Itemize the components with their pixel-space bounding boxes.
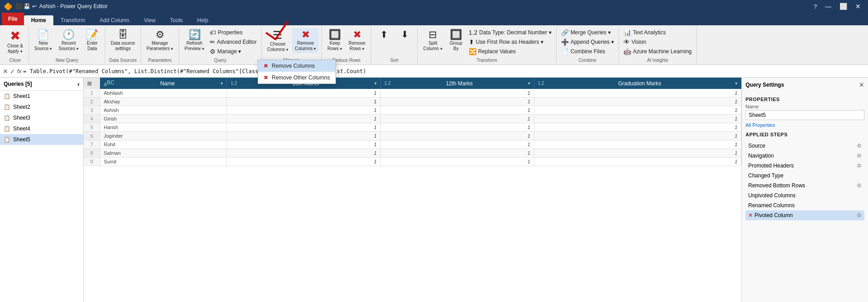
- help-button[interactable]: ?: [810, 2, 821, 10]
- tab-home[interactable]: Home: [24, 15, 53, 25]
- data-type-button[interactable]: 1.2 Data Type: Decimal Number ▾: [467, 28, 553, 37]
- query-item-icon: 📋: [4, 115, 10, 121]
- col-arrow-12th[interactable]: ▾: [528, 81, 530, 86]
- table-row[interactable]: 7 Rohit 1 1 1: [84, 140, 741, 149]
- table-row[interactable]: 4 Girish 1 1 1: [84, 115, 741, 123]
- formula-cancel-button[interactable]: ✕: [3, 68, 8, 75]
- manage-button[interactable]: ⚙ Manage ▾: [208, 47, 259, 56]
- step-source-gear[interactable]: ⚙: [857, 143, 862, 149]
- maximize-button[interactable]: ⬜: [836, 2, 851, 10]
- sort-asc-button[interactable]: ⬆: [374, 28, 394, 42]
- table-row[interactable]: 9 Sumit 1 1 1: [84, 158, 741, 166]
- refresh-preview-button[interactable]: 🔄 RefreshPreview ▾: [182, 28, 207, 53]
- close-button[interactable]: ✕: [852, 2, 864, 10]
- formula-ok-button[interactable]: ✓: [10, 68, 15, 75]
- ai-small-buttons: 📊 Text Analytics 👁 Vision 🤖 Azure Machin…: [622, 28, 693, 56]
- dropdown-item-remove-other-columns[interactable]: ✖ Remove Other Columns: [258, 72, 335, 84]
- query-item-icon: 📋: [4, 104, 10, 110]
- col-arrow-grad[interactable]: ▾: [735, 81, 737, 86]
- minimize-button[interactable]: —: [821, 2, 835, 10]
- vision-button[interactable]: 👁 Vision: [622, 37, 693, 46]
- col-arrow-10th[interactable]: ▾: [374, 81, 377, 86]
- manage-parameters-button[interactable]: ⚙ ManageParameters ▾: [144, 28, 176, 53]
- step-changed-type[interactable]: Changed Type: [745, 171, 864, 181]
- text-analytics-button[interactable]: 📊 Text Analytics: [622, 28, 693, 37]
- formula-fx-button[interactable]: fx: [17, 68, 21, 74]
- query-name-input[interactable]: [745, 110, 864, 120]
- keep-rows-button[interactable]: 🔲 KeepRows ▾: [325, 28, 345, 53]
- tab-transform[interactable]: Transform: [53, 15, 92, 25]
- cell-rownum: 9: [84, 158, 100, 166]
- tab-add-column[interactable]: Add Column: [92, 15, 137, 25]
- remove-columns-icon: ✖: [264, 63, 268, 69]
- table-row[interactable]: 6 Joginder 1 1 1: [84, 132, 741, 140]
- queries-collapse-button[interactable]: ‹: [77, 80, 80, 88]
- tab-file[interactable]: File: [2, 13, 24, 25]
- step-promoted-headers[interactable]: Promoted Headers ⚙: [745, 161, 864, 171]
- query-item-label: Sheet4: [13, 125, 30, 132]
- append-queries-button[interactable]: ➕ Append Queries ▾: [559, 37, 616, 46]
- replace-values-button[interactable]: 🔀 Replace Values: [467, 47, 553, 56]
- step-pivoted-column-gear[interactable]: ⚙: [857, 212, 862, 218]
- table-row[interactable]: 1 Abhilash 1 1 1: [84, 89, 741, 98]
- step-removed-bottom-rows-gear[interactable]: ⚙: [857, 182, 862, 189]
- queries-panel: Queries [5] ‹ 📋 Sheet1 📋 Sheet2 📋 Sheet3…: [0, 78, 84, 302]
- use-first-row-button[interactable]: ⬆ Use First Row as Headers ▾: [467, 37, 553, 46]
- query-item-sheet1[interactable]: 📋 Sheet1: [0, 91, 83, 102]
- step-navigation-gear[interactable]: ⚙: [857, 153, 862, 159]
- tab-tools[interactable]: Tools: [163, 15, 190, 25]
- table-row[interactable]: 2 Akshay 1 1 1: [84, 98, 741, 106]
- sort-desc-button[interactable]: ⬇: [395, 28, 415, 42]
- step-source[interactable]: Source ⚙: [745, 141, 864, 151]
- transform-small-buttons: 1.2 Data Type: Decimal Number ▾ ⬆ Use Fi…: [467, 28, 553, 56]
- query-item-sheet2[interactable]: 📋 Sheet2: [0, 102, 83, 112]
- use-first-row-label: Use First Row as Headers ▾: [476, 39, 543, 45]
- text-analytics-icon: 📊: [623, 29, 631, 36]
- table-row[interactable]: 8 Salman 1 1 1: [84, 149, 741, 158]
- query-item-sheet4[interactable]: 📋 Sheet4: [0, 123, 83, 134]
- title-bar: 🔶 ⬛ 💾 ↩ Ashish - Power Query Editor ? — …: [0, 0, 868, 13]
- tab-help[interactable]: Help: [190, 15, 216, 25]
- properties-button[interactable]: 🏷 Properties: [208, 28, 259, 37]
- recent-sources-button[interactable]: 🕐 RecentSources ▾: [56, 28, 81, 53]
- advanced-editor-icon: ✏: [210, 38, 215, 46]
- remove-columns-button[interactable]: ✖ RemoveColumns ▾: [292, 28, 319, 53]
- col-header-name[interactable]: ABC Name ▾: [100, 78, 227, 89]
- formula-input[interactable]: [23, 68, 865, 74]
- table-row[interactable]: 5 Harish 1 1 1: [84, 123, 741, 132]
- step-promoted-headers-gear[interactable]: ⚙: [857, 163, 862, 169]
- cell-name: Ashish: [100, 106, 227, 115]
- close-apply-button[interactable]: ✖ Close &Apply ▾: [5, 28, 26, 56]
- remove-columns-dropdown: ✖ Remove Columns ✖ Remove Other Columns: [258, 60, 336, 84]
- title-bar-controls[interactable]: ? — ⬜ ✕: [810, 2, 864, 10]
- enter-data-button[interactable]: 📝 EnterData: [82, 28, 102, 53]
- dropdown-item-remove-columns[interactable]: ✖ Remove Columns: [258, 60, 335, 72]
- query-item-sheet3[interactable]: 📋 Sheet3: [0, 112, 83, 123]
- group-by-button[interactable]: 🔲 GroupBy: [446, 28, 466, 53]
- merge-queries-button[interactable]: 🔗 Merge Queries ▾: [559, 28, 616, 37]
- table-row[interactable]: 3 Ashish 1 1 1: [84, 106, 741, 115]
- formula-bar: ✕ ✓ fx: [0, 65, 868, 78]
- choose-columns-button[interactable]: ☰ ChooseColumns ▾: [264, 28, 291, 54]
- remove-rows-button[interactable]: ✖ RemoveRows ▾: [346, 28, 368, 53]
- settings-close-button[interactable]: ✕: [859, 81, 864, 88]
- all-properties-link[interactable]: All Properties: [745, 122, 775, 128]
- new-source-button[interactable]: 📄 NewSource ▾: [32, 28, 55, 53]
- split-column-button[interactable]: ⊟ SplitColumn ▾: [420, 28, 445, 53]
- col-header-12th[interactable]: 1.2 12th Marks ▾: [381, 78, 534, 89]
- query-item-sheet5[interactable]: 📋 Sheet5: [0, 134, 83, 145]
- combine-files-button[interactable]: 📄 Combine Files: [559, 47, 616, 56]
- advanced-editor-button[interactable]: ✏ Advanced Editor: [208, 37, 259, 46]
- step-navigation[interactable]: Navigation ⚙: [745, 151, 864, 161]
- step-removed-bottom-rows[interactable]: Removed Bottom Rows ⚙: [745, 181, 864, 190]
- col-type-10th: 1.2: [231, 81, 237, 86]
- col-header-grad[interactable]: 1.2 Graduation Marks ▾: [534, 78, 741, 89]
- data-area[interactable]: ⊞ ABC Name ▾ 1.2 10th Marks: [84, 78, 741, 302]
- col-arrow-name[interactable]: ▾: [221, 81, 223, 86]
- tab-view[interactable]: View: [137, 15, 163, 25]
- azure-ml-button[interactable]: 🤖 Azure Machine Learning: [622, 47, 693, 56]
- step-renamed-columns[interactable]: Renamed Columns: [745, 200, 864, 210]
- step-unpivoted-columns[interactable]: Unpivoted Columns: [745, 190, 864, 200]
- step-pivoted-column[interactable]: ✕ Pivoted Column ⚙: [745, 210, 864, 220]
- data-source-settings-button[interactable]: 🗄 Data sourcesettings: [108, 28, 138, 53]
